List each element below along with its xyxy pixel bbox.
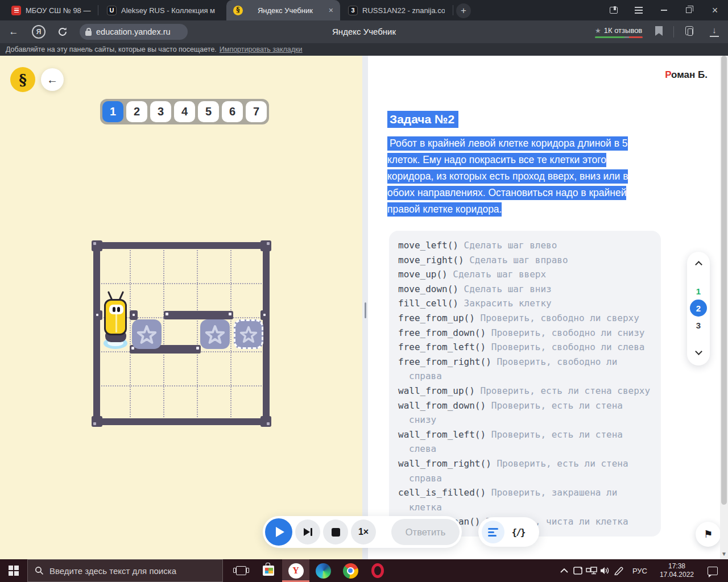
target-star-cell (234, 319, 263, 349)
tab-aleksey-rus[interactable]: U Aleksey RUS - Коллекция м (100, 0, 225, 20)
stop-icon (332, 528, 340, 537)
reviews-badge[interactable]: ★ 1К отзывов (595, 26, 642, 35)
wall-corner (260, 416, 271, 427)
command-fn: free_from_down() (398, 327, 486, 338)
command-fn: move_down() (398, 284, 458, 294)
download-icon[interactable]: ↓ (710, 26, 719, 37)
command-desc: Сделать шаг вверх (453, 269, 546, 280)
yandex-browser-taskbar-button[interactable]: Y (282, 559, 309, 582)
reviews-count: 1К отзывов (604, 26, 643, 35)
browser-tab-bar: МБОУ СШ № 98 — Электр U Aleksey RUS - Ко… (0, 0, 728, 20)
windows-logo-icon (9, 566, 19, 576)
tab-yandex-uchebnik-active[interactable]: § Яндекс Учебник × (226, 0, 340, 20)
command-desc: Проверить, свободно ли снизу (491, 327, 645, 338)
command-line: move_down() Сделать шаг вниз (398, 282, 652, 297)
action-center-icon[interactable] (708, 567, 718, 575)
opera-button[interactable] (364, 559, 391, 582)
tab-znanija[interactable]: 3 RUSS1AN22 - znanija.com (341, 0, 450, 20)
scrollbar-down-arrow[interactable]: ▼ (720, 550, 728, 558)
pen-icon[interactable] (612, 559, 626, 582)
scrollbar-thumb[interactable] (721, 56, 727, 505)
wall-top-of-corridor (164, 311, 233, 319)
microsoft-store-button[interactable] (255, 559, 282, 582)
menu-icon[interactable] (628, 0, 650, 20)
uchebnik-logo-icon[interactable]: § (10, 67, 35, 92)
volume-icon[interactable] (598, 559, 612, 582)
tab-title: МБОУ СШ № 98 — Электр (26, 6, 91, 15)
command-fn: wall_from_up() (398, 385, 475, 396)
command-fn: free_from_left() (398, 342, 486, 352)
znanija-favicon-icon: 3 (348, 6, 358, 15)
tab-panel-icon[interactable] (603, 0, 624, 20)
command-line: cell_is_filled() Проверить, закрашена ли… (398, 485, 652, 514)
date: 17.04.2022 (660, 571, 694, 579)
speed-button[interactable]: 1× (351, 519, 376, 544)
new-tab-button[interactable]: + (456, 3, 471, 18)
command-desc: Сделать шаг вправо (469, 255, 568, 265)
page-content: § ← 1 2 3 4 5 6 7 (0, 56, 728, 559)
bookmarks-bar: Добавляйте на эту панель сайты, которые … (0, 43, 728, 56)
screen: МБОУ СШ № 98 — Электр U Aleksey RUS - Ко… (0, 0, 728, 582)
collections-icon[interactable] (685, 26, 693, 35)
robot-body (104, 299, 127, 335)
command-line: move_right() Сделать шаг вправо (398, 253, 652, 268)
step-tab-5[interactable]: 5 (198, 101, 219, 122)
u-favicon-icon: U (107, 6, 117, 15)
tablet-mode-icon[interactable] (571, 559, 585, 582)
command-desc: Сделать шаг влево (464, 240, 557, 251)
answer-button[interactable]: Ответить (391, 519, 460, 545)
language-indicator[interactable]: РУС (626, 567, 654, 575)
command-line: free_from_left() Проверить, свободно ли … (398, 340, 652, 355)
tab-title: Яндекс Учебник (247, 6, 323, 15)
command-line: wall_from_up() Проверить, есть ли стена … (398, 384, 652, 398)
divider (673, 26, 674, 38)
pager-item-2-current[interactable]: 2 (690, 300, 707, 317)
command-fn: wall_from_left() (398, 429, 486, 440)
task-description-text: Робот в крайней левой клетке коридора дл… (387, 136, 628, 217)
reviews-rating-bar (595, 36, 643, 38)
stop-button[interactable] (323, 519, 348, 544)
pager-item-3[interactable]: 3 (690, 318, 707, 332)
minimize-button[interactable] (653, 0, 675, 20)
page-scrollbar[interactable]: ▼ (720, 56, 728, 559)
step-forward-button[interactable] (295, 519, 320, 544)
command-line: wall_from_right() Проверить, есть ли сте… (398, 456, 652, 485)
pager-item-1[interactable]: 1 (690, 284, 707, 298)
commands-reference: move_left() Сделать шаг влево move_right… (389, 231, 661, 537)
tab-close-icon[interactable]: × (328, 6, 334, 15)
tray-expand-icon[interactable] (557, 559, 571, 582)
network-icon[interactable] (585, 559, 598, 582)
step-tab-1[interactable]: 1 (102, 101, 123, 122)
step-tab-7[interactable]: 7 (246, 101, 267, 122)
clock[interactable]: 17:38 17.04.2022 (654, 562, 700, 579)
step-tab-2[interactable]: 2 (126, 101, 147, 122)
pager-down-icon[interactable] (695, 348, 702, 355)
import-bookmarks-link[interactable]: Импортировать закладки (220, 45, 303, 53)
command-desc: Проверить, свободно ли слева (491, 342, 645, 352)
task-view-button[interactable] (228, 559, 255, 582)
taskbar-search[interactable]: Введите здесь текст для поиска (27, 559, 223, 582)
play-button[interactable] (265, 518, 292, 546)
command-fn: move_right() (398, 255, 464, 265)
start-button[interactable] (0, 559, 27, 582)
maximize-button[interactable] (678, 0, 700, 20)
tab-school-journal[interactable]: МБОУ СШ № 98 — Электр (5, 0, 97, 20)
command-fn: cell_is_filled() (398, 487, 486, 498)
speed-label: 1× (358, 527, 369, 537)
edge-button[interactable] (309, 559, 337, 582)
back-button[interactable]: ← (41, 68, 64, 91)
step-tab-3[interactable]: 3 (150, 101, 171, 122)
step-tab-4[interactable]: 4 (174, 101, 195, 122)
report-flag-button[interactable]: ⚑ (696, 522, 721, 547)
wall-corner (92, 416, 102, 427)
chrome-button[interactable] (337, 559, 364, 582)
pager-up-icon[interactable] (695, 261, 702, 268)
list-view-toggle[interactable] (482, 521, 504, 543)
command-desc: Проверить, свободно ли сверху (481, 313, 639, 323)
step-tab-6[interactable]: 6 (222, 101, 243, 122)
close-window-button[interactable]: × (704, 0, 726, 20)
code-view-toggle[interactable]: {/} (507, 521, 530, 543)
tab-divider (98, 5, 98, 15)
panel-resize-handle[interactable] (362, 56, 368, 559)
grid-line (230, 250, 231, 417)
